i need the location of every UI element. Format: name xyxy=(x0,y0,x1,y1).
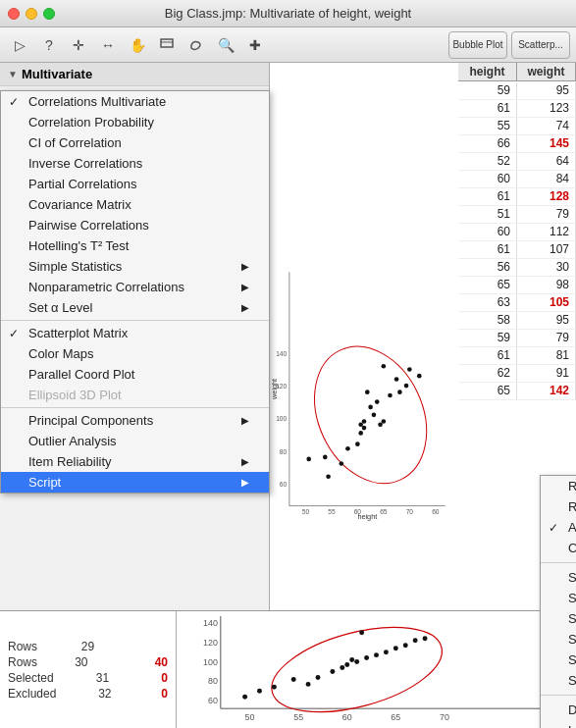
svg-text:55: 55 xyxy=(328,508,336,515)
minimize-button[interactable] xyxy=(26,8,37,20)
menu-label-simple-statistics: Simple Statistics xyxy=(28,259,122,274)
toolbar-right: Bubble Plot Scatterp... xyxy=(448,31,570,59)
cell-weight: 74 xyxy=(517,118,576,134)
cell-weight: 95 xyxy=(517,312,576,329)
add-button[interactable]: ✚ xyxy=(241,31,269,59)
help-button[interactable]: ? xyxy=(35,31,63,59)
bubble-plot-button[interactable]: Bubble Plot xyxy=(448,31,507,59)
submenu-item-automatic-recalc[interactable]: Automatic Recalc xyxy=(541,517,576,538)
menu-label-ellipsoid-3d-plot: Ellipsoid 3D Plot xyxy=(28,388,122,402)
maximize-button[interactable] xyxy=(43,8,55,20)
brush-button[interactable] xyxy=(153,31,181,59)
submenu-item-save-window[interactable]: Save Script to Script Window xyxy=(541,608,576,629)
menu-item-pairwise-correlations[interactable]: Pairwise Correlations xyxy=(1,215,269,235)
lasso-button[interactable] xyxy=(183,31,210,59)
menu-item-correlation-probability[interactable]: Correlation Probability xyxy=(1,112,269,132)
scatterplot-button[interactable]: Scatterp... xyxy=(511,31,570,59)
menu-item-correlations-multivariate[interactable]: Correlations Multivariate xyxy=(1,91,269,112)
menu-item-ci-of-correlation[interactable]: CI of Correlation xyxy=(1,132,269,153)
submenu-item-data-table-window[interactable]: Data Table Window xyxy=(541,700,576,720)
menu-item-parallel-coord-plot[interactable]: Parallel Coord Plot xyxy=(1,364,269,385)
svg-text:65: 65 xyxy=(380,508,388,515)
table-row: 5630 xyxy=(458,259,576,277)
cell-height: 59 xyxy=(458,82,517,99)
svg-point-37 xyxy=(394,377,399,382)
menu-divider-1 xyxy=(1,320,269,321)
submenu-item-save-data-table[interactable]: Save Script to Data Table xyxy=(541,567,576,588)
menu-item-simple-statistics[interactable]: Simple Statistics ▶ xyxy=(1,256,269,277)
menu-label-parallel-coord-plot: Parallel Coord Plot xyxy=(28,367,134,382)
svg-point-60 xyxy=(344,662,349,667)
cell-weight: 84 xyxy=(517,171,576,187)
submenu-item-save-report[interactable]: Save Script to Report xyxy=(541,629,576,650)
col-header-height[interactable]: height xyxy=(458,63,517,80)
submenu-item-copy-script[interactable]: Copy Script xyxy=(541,538,576,558)
table-row: 61107 xyxy=(458,241,576,259)
stat-label-selected: Selected xyxy=(8,671,54,685)
collapse-icon: ▼ xyxy=(8,69,18,79)
svg-point-23 xyxy=(358,431,363,436)
pan-button[interactable]: ✋ xyxy=(124,31,151,59)
svg-point-67 xyxy=(413,638,418,643)
submenu-item-save-journal[interactable]: Save Script to Journal xyxy=(541,588,576,608)
menu-item-outlier-analysis[interactable]: Outlier Analysis xyxy=(1,431,269,451)
menu-item-scatterplot-matrix[interactable]: Scatterplot Matrix xyxy=(1,323,269,343)
svg-text:60: 60 xyxy=(432,508,440,515)
menu-item-color-maps[interactable]: Color Maps xyxy=(1,343,269,364)
cell-weight: 105 xyxy=(517,294,576,311)
dropdown-menu: Correlations Multivariate Correlation Pr… xyxy=(0,90,270,494)
toolbar: ▷ ? ✛ ↔ ✋ 🔍 ✚ Bubble Plot Scatterp... xyxy=(0,27,576,63)
cell-height: 55 xyxy=(458,118,517,134)
cell-height: 58 xyxy=(458,312,517,329)
cell-weight: 107 xyxy=(517,241,576,258)
submenu-label-save-data-table: Save Script to Data Table xyxy=(568,570,576,585)
crosshair-button[interactable]: ✛ xyxy=(65,31,92,59)
menu-label-hotellings-t2: Hotelling's T² Test xyxy=(28,238,129,253)
svg-text:60: 60 xyxy=(280,481,288,488)
menu-label-pairwise-correlations: Pairwise Correlations xyxy=(28,218,149,233)
cell-weight: 98 xyxy=(517,277,576,293)
submenu-item-relaunch-analysis[interactable]: Relaunch Analysis xyxy=(541,496,576,517)
svg-rect-0 xyxy=(161,39,173,47)
svg-point-61 xyxy=(354,659,359,664)
submenu-item-redo-analysis[interactable]: Redo Analysis xyxy=(541,476,576,496)
submenu-item-local-data-filter[interactable]: Local Data Filter xyxy=(541,720,576,728)
table-row: 63105 xyxy=(458,294,576,312)
cell-weight: 123 xyxy=(517,100,576,117)
resize-button[interactable]: ↔ xyxy=(94,31,122,59)
menu-item-principal-components[interactable]: Principal Components ▶ xyxy=(1,410,269,431)
svg-point-19 xyxy=(362,426,367,431)
menu-item-hotellings-t2[interactable]: Hotelling's T² Test xyxy=(1,235,269,256)
svg-text:120: 120 xyxy=(203,638,218,648)
menu-label-correlations-multivariate: Correlations Multivariate xyxy=(28,94,166,109)
menu-item-covariance-matrix[interactable]: Covariance Matrix xyxy=(1,194,269,215)
svg-text:80: 80 xyxy=(208,676,218,686)
col-header-weight[interactable]: weight xyxy=(517,63,576,80)
column-headers: height weight xyxy=(458,63,576,81)
submenu-item-save-all-data-table[interactable]: Save Script for All Objects To Data Tabl… xyxy=(541,670,576,691)
row-number-31: 31 xyxy=(96,671,109,685)
menu-item-item-reliability[interactable]: Item Reliability ▶ xyxy=(1,451,269,472)
svg-point-27 xyxy=(362,419,367,424)
menu-item-script[interactable]: Script ▶ xyxy=(1,472,269,493)
menu-item-partial-correlations[interactable]: Partial Correlations xyxy=(1,174,269,194)
menu-item-inverse-correlations[interactable]: Inverse Correlations xyxy=(1,153,269,174)
menu-label-item-reliability: Item Reliability xyxy=(28,454,112,469)
cell-height: 61 xyxy=(458,347,517,364)
menu-item-set-alpha-level[interactable]: Set α Level ▶ xyxy=(1,297,269,318)
title-bar: Big Class.jmp: Multivariate of height, w… xyxy=(0,0,576,27)
cell-height: 61 xyxy=(458,188,517,205)
multivariate-header[interactable]: ▼ Multivariate xyxy=(0,63,269,86)
svg-text:140: 140 xyxy=(276,350,287,357)
menu-label-outlier-analysis: Outlier Analysis xyxy=(28,434,117,448)
svg-text:100: 100 xyxy=(203,657,218,667)
zoom-button[interactable]: 🔍 xyxy=(212,31,239,59)
window-title: Big Class.jmp: Multivariate of height, w… xyxy=(165,6,411,21)
close-button[interactable] xyxy=(8,8,20,20)
submenu-label-save-journal: Save Script to Journal xyxy=(568,591,576,605)
menu-label-nonparametric-correlations: Nonparametric Correlations xyxy=(28,280,184,294)
submenu-item-save-all-objects[interactable]: Save Script for All Objects xyxy=(541,650,576,670)
svg-point-39 xyxy=(407,367,412,372)
menu-item-nonparametric-correlations[interactable]: Nonparametric Correlations ▶ xyxy=(1,277,269,297)
arrow-tool-button[interactable]: ▷ xyxy=(6,31,33,59)
